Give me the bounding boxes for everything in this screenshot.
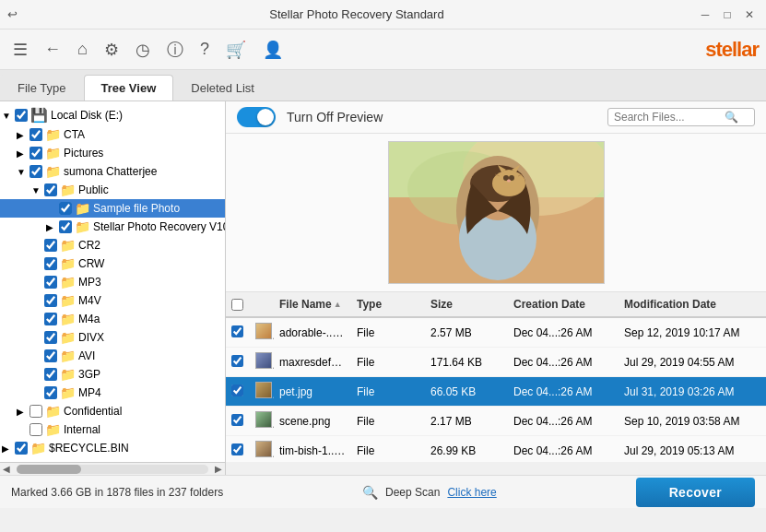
search-box[interactable]: 🔍 <box>607 108 755 126</box>
tree-check-internal[interactable] <box>29 423 42 436</box>
row-thumb <box>250 439 274 462</box>
folder-icon: 📁 <box>60 330 76 345</box>
tree-item-mp3[interactable]: ▶ 📁 MP3 <box>0 273 225 291</box>
scroll-right-icon[interactable]: ▶ <box>212 464 225 474</box>
header-modification[interactable]: Modification Date <box>619 296 766 313</box>
scrollbar-thumb[interactable] <box>17 465 81 474</box>
tree-item-public[interactable]: ▼ 📁 Public <box>0 181 225 199</box>
tree-check-local-disk[interactable] <box>15 109 28 122</box>
select-all-checkbox[interactable] <box>231 299 243 311</box>
tree-item-recycle[interactable]: ▶ 📁 $RECYCLE.BIN <box>0 439 225 457</box>
folder-icon: 📁 <box>60 367 76 382</box>
tab-file-type[interactable]: File Type <box>0 75 84 100</box>
tree-item-pictures[interactable]: ▶ 📁 Pictures <box>0 144 225 162</box>
row-checkbox[interactable] <box>231 414 243 426</box>
tree-check-avi[interactable] <box>44 349 57 362</box>
row-creation: Dec 04...:26 AM <box>508 413 619 430</box>
row-creation: Dec 04...:26 AM <box>508 325 619 341</box>
preview-toggle[interactable] <box>237 107 276 127</box>
tree-check-mp4[interactable] <box>44 386 57 399</box>
tree-item-confidential[interactable]: ▶ 📁 Confidential <box>0 402 225 420</box>
row-checkbox[interactable] <box>231 384 243 396</box>
tree-check-stellar[interactable] <box>59 220 72 233</box>
table-row[interactable]: adorable-...51164.jpg File 2.57 MB Dec 0… <box>226 318 766 348</box>
tree-item-m4v[interactable]: ▶ 📁 M4V <box>0 291 225 310</box>
deep-scan-link[interactable]: Click here <box>447 486 496 499</box>
history-button[interactable]: ◷ <box>130 36 156 64</box>
row-type: File <box>351 325 425 341</box>
header-size[interactable]: Size <box>425 296 508 313</box>
chevron-down-icon: ▼ <box>31 185 44 195</box>
tree-item-stellar-recovery[interactable]: ▶ 📁 Stellar Photo Recovery V10 <box>0 218 225 236</box>
scrollbar-track[interactable] <box>17 465 208 474</box>
scroll-left-icon[interactable]: ◀ <box>0 464 13 474</box>
folder-icon: 📁 <box>60 183 76 197</box>
table-header: File Name ▲ Type Size Creation Date Modi… <box>226 292 766 318</box>
tree-item-sample-file-photo[interactable]: ▶ 📁 Sample file Photo <box>0 199 225 218</box>
back-button[interactable]: ← <box>39 36 66 63</box>
minimize-button[interactable]: ─ <box>696 6 714 24</box>
header-type[interactable]: Type <box>351 296 425 313</box>
tree-item-crw[interactable]: ▶ 📁 CRW <box>0 254 225 273</box>
tree-check-recycle[interactable] <box>15 442 28 455</box>
tab-deleted-list[interactable]: Deleted List <box>173 75 272 100</box>
tree-check-sample[interactable] <box>59 202 72 215</box>
tree-check-crw[interactable] <box>44 257 57 270</box>
tree-item-3gp[interactable]: ▶ 📁 3GP <box>0 365 225 384</box>
chevron-right-icon: ▶ <box>17 407 29 417</box>
info-button[interactable]: ⓘ <box>161 35 189 65</box>
tree-item-m4a[interactable]: ▶ 📁 M4a <box>0 310 225 328</box>
header-filename[interactable]: File Name ▲ <box>274 296 351 313</box>
maximize-button[interactable]: □ <box>718 6 737 24</box>
table-row[interactable]: pet.jpg File 66.05 KB Dec 04...:26 AM Ju… <box>226 377 766 407</box>
row-size: 26.99 KB <box>425 443 508 459</box>
tree-check-m4v[interactable] <box>44 294 57 307</box>
row-checkbox[interactable] <box>231 325 243 337</box>
user-button[interactable]: 👤 <box>257 36 289 64</box>
row-checkbox[interactable] <box>231 355 243 367</box>
settings-button[interactable]: ⚙ <box>99 36 124 64</box>
row-name: pet.jpg <box>274 384 351 400</box>
close-button[interactable]: ✕ <box>740 6 759 24</box>
tree-item-sumona[interactable]: ▼ 📁 sumona Chatterjee <box>0 162 225 181</box>
title-bar-title: Stellar Photo Recovery Standard <box>18 7 696 21</box>
tree-check-cr2[interactable] <box>44 239 57 252</box>
tree-check-m4a[interactable] <box>44 313 57 325</box>
row-type: File <box>351 354 425 371</box>
tree-check-sumona[interactable] <box>29 165 42 178</box>
hamburger-button[interactable]: ☰ <box>7 36 33 64</box>
search-input[interactable] <box>614 111 725 124</box>
cart-button[interactable]: 🛒 <box>220 36 252 64</box>
tree-check-3gp[interactable] <box>44 368 57 381</box>
tree-item-cta[interactable]: ▶ 📁 CTA <box>0 125 225 144</box>
tree-item-mp4[interactable]: ▶ 📁 MP4 <box>0 384 225 402</box>
row-size: 66.05 KB <box>425 384 508 400</box>
row-checkbox[interactable] <box>231 443 243 455</box>
recover-button[interactable]: Recover <box>636 478 755 507</box>
table-row[interactable]: tim-bish-1...plash.jpeg File 26.99 KB De… <box>226 436 766 462</box>
tree-item-divx[interactable]: ▶ 📁 DIVX <box>0 328 225 347</box>
tree-check-mp3[interactable] <box>44 276 57 289</box>
tree-check-cta[interactable] <box>29 128 42 141</box>
tree-check-pictures[interactable] <box>29 147 42 160</box>
toolbar: ☰ ← ⌂ ⚙ ◷ ⓘ ? 🛒 👤 stellar <box>0 30 766 70</box>
tab-tree-view[interactable]: Tree View <box>84 75 174 100</box>
title-bar-controls: ─ □ ✕ <box>696 6 759 24</box>
tab-bar: File Type Tree View Deleted List <box>0 70 766 101</box>
row-creation: Dec 04...:26 AM <box>508 384 619 400</box>
tree-check-divx[interactable] <box>44 331 57 344</box>
table-row[interactable]: scene.png File 2.17 MB Dec 04...:26 AM S… <box>226 407 766 436</box>
tree-item-cr2[interactable]: ▶ 📁 CR2 <box>0 236 225 254</box>
header-creation[interactable]: Creation Date <box>508 296 619 313</box>
tree-item-local-disk[interactable]: ▼ 💾 Local Disk (E:) <box>0 105 225 125</box>
tree-check-confidential[interactable] <box>29 405 42 418</box>
home-button[interactable]: ⌂ <box>72 36 93 63</box>
help-button[interactable]: ? <box>194 36 215 63</box>
table-row[interactable]: maxresdefault.jpg File 171.64 KB Dec 04.… <box>226 348 766 377</box>
tree-label: AVI <box>78 349 95 362</box>
tree-scrollbar[interactable]: ◀ ▶ <box>0 462 226 475</box>
tree-check-public[interactable] <box>44 183 57 196</box>
tree-item-internal[interactable]: ▶ 📁 Internal <box>0 420 225 439</box>
preview-label: Turn Off Preview <box>287 110 383 124</box>
tree-item-avi[interactable]: ▶ 📁 AVI <box>0 347 225 365</box>
